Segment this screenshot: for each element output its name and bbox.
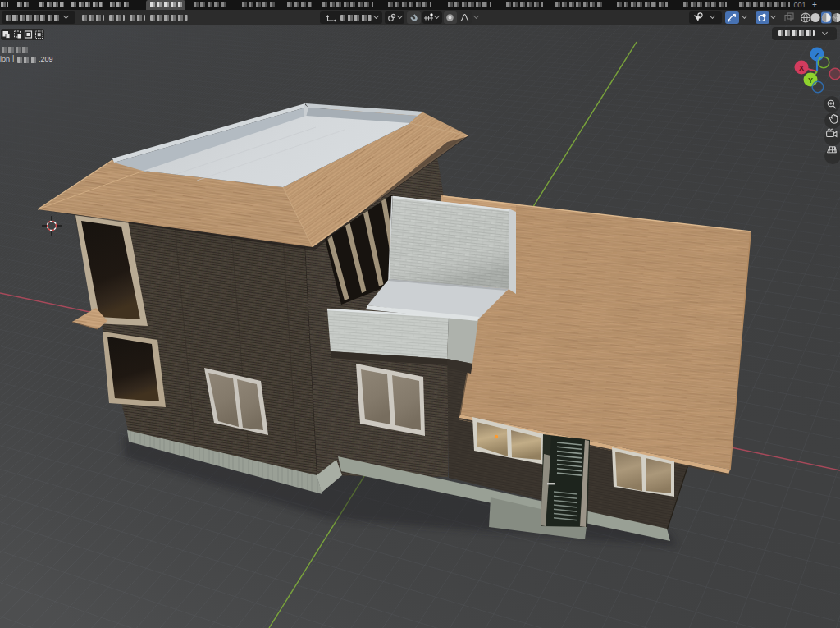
svg-text:Y: Y — [808, 76, 813, 85]
svg-text:Z: Z — [815, 51, 819, 59]
svg-text:X: X — [799, 64, 804, 72]
